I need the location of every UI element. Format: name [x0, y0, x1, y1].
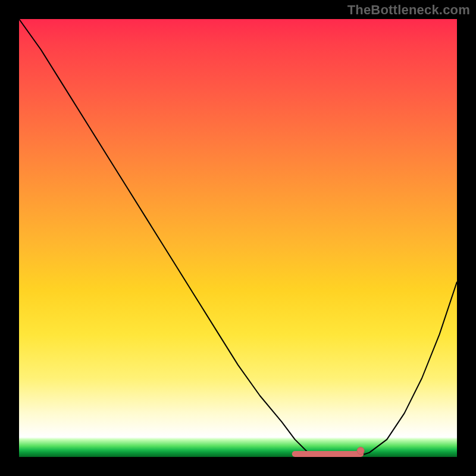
- chart-frame: TheBottleneck.com: [0, 0, 476, 476]
- plot-area: [19, 19, 457, 457]
- bottleneck-curve: [19, 19, 457, 457]
- watermark-text: TheBottleneck.com: [347, 2, 470, 18]
- curve-end-marker: [357, 447, 364, 455]
- curve-svg: [19, 19, 457, 457]
